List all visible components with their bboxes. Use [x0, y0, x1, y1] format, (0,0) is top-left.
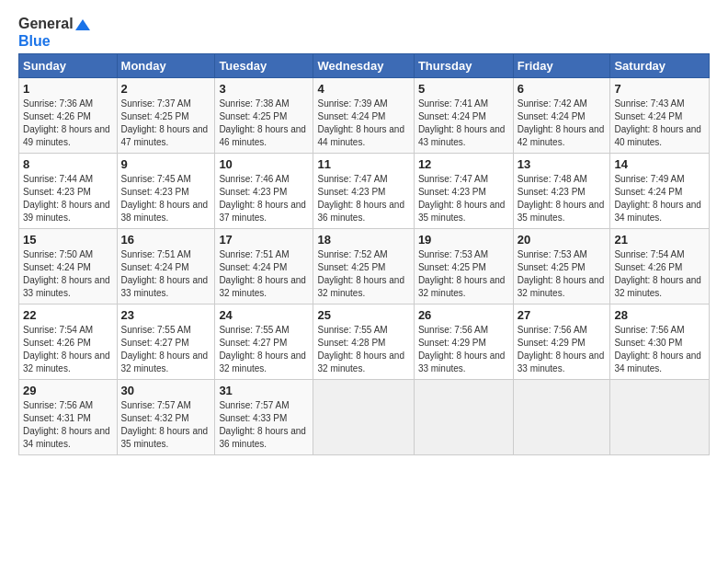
calendar-cell: 7 Sunrise: 7:43 AMSunset: 4:24 PMDayligh… — [610, 78, 710, 154]
calendar-cell: 26 Sunrise: 7:56 AMSunset: 4:29 PMDaylig… — [414, 304, 513, 380]
day-number: 2 — [121, 82, 211, 96]
calendar-cell: 6 Sunrise: 7:42 AMSunset: 4:24 PMDayligh… — [513, 78, 610, 154]
day-detail: Sunrise: 7:56 AMSunset: 4:31 PMDaylight:… — [23, 400, 110, 449]
calendar-cell: 8 Sunrise: 7:44 AMSunset: 4:23 PMDayligh… — [19, 154, 118, 229]
day-number: 14 — [614, 157, 705, 171]
col-wednesday: Wednesday — [313, 54, 414, 78]
day-number: 21 — [614, 233, 705, 247]
day-detail: Sunrise: 7:45 AMSunset: 4:23 PMDaylight:… — [121, 174, 209, 223]
day-detail: Sunrise: 7:56 AMSunset: 4:29 PMDaylight:… — [418, 325, 506, 373]
day-number: 27 — [518, 308, 607, 322]
day-number: 13 — [518, 157, 607, 171]
day-detail: Sunrise: 7:47 AMSunset: 4:23 PMDaylight:… — [418, 174, 506, 223]
col-thursday: Thursday — [414, 54, 513, 78]
header-row: Sunday Monday Tuesday Wednesday Thursday… — [19, 54, 710, 78]
calendar-cell: 3 Sunrise: 7:38 AMSunset: 4:25 PMDayligh… — [215, 78, 313, 154]
day-detail: Sunrise: 7:50 AMSunset: 4:24 PMDaylight:… — [23, 249, 110, 298]
day-number: 18 — [317, 233, 409, 247]
day-detail: Sunrise: 7:54 AMSunset: 4:26 PMDaylight:… — [23, 325, 110, 373]
day-detail: Sunrise: 7:57 AMSunset: 4:33 PMDaylight:… — [219, 400, 306, 449]
day-detail: Sunrise: 7:48 AMSunset: 4:23 PMDaylight:… — [518, 174, 605, 223]
day-number: 3 — [219, 82, 309, 96]
calendar-week-2: 8 Sunrise: 7:44 AMSunset: 4:23 PMDayligh… — [19, 154, 710, 229]
col-sunday: Sunday — [19, 54, 118, 78]
day-number: 1 — [23, 82, 113, 96]
col-saturday: Saturday — [610, 54, 710, 78]
day-detail: Sunrise: 7:39 AMSunset: 4:24 PMDaylight:… — [317, 98, 404, 147]
calendar-cell — [313, 380, 414, 455]
day-detail: Sunrise: 7:49 AMSunset: 4:24 PMDaylight:… — [614, 174, 701, 223]
logo-blue: Blue — [18, 32, 90, 50]
logo-general: General — [18, 15, 90, 32]
day-detail: Sunrise: 7:51 AMSunset: 4:24 PMDaylight:… — [219, 249, 306, 298]
col-friday: Friday — [513, 54, 610, 78]
day-number: 26 — [418, 308, 509, 322]
calendar-cell: 22 Sunrise: 7:54 AMSunset: 4:26 PMDaylig… — [19, 304, 118, 380]
day-number: 20 — [518, 233, 607, 247]
day-number: 24 — [219, 308, 309, 322]
header: General Blue — [18, 15, 710, 50]
calendar-cell — [513, 380, 610, 455]
day-detail: Sunrise: 7:44 AMSunset: 4:23 PMDaylight:… — [23, 174, 110, 223]
calendar-cell: 23 Sunrise: 7:55 AMSunset: 4:27 PMDaylig… — [117, 304, 215, 380]
day-number: 28 — [614, 308, 705, 322]
svg-marker-0 — [75, 19, 90, 30]
calendar-cell: 9 Sunrise: 7:45 AMSunset: 4:23 PMDayligh… — [117, 154, 215, 229]
calendar-cell: 16 Sunrise: 7:51 AMSunset: 4:24 PMDaylig… — [117, 229, 215, 304]
day-detail: Sunrise: 7:36 AMSunset: 4:26 PMDaylight:… — [23, 98, 110, 147]
calendar-cell: 4 Sunrise: 7:39 AMSunset: 4:24 PMDayligh… — [313, 78, 414, 154]
day-detail: Sunrise: 7:56 AMSunset: 4:29 PMDaylight:… — [518, 325, 605, 373]
calendar-cell: 10 Sunrise: 7:46 AMSunset: 4:23 PMDaylig… — [215, 154, 313, 229]
day-number: 30 — [121, 384, 211, 397]
calendar-cell — [414, 380, 513, 455]
day-number: 19 — [418, 233, 509, 247]
day-number: 4 — [317, 82, 409, 96]
day-number: 12 — [418, 157, 509, 171]
calendar-cell: 31 Sunrise: 7:57 AMSunset: 4:33 PMDaylig… — [215, 380, 313, 455]
calendar-cell: 24 Sunrise: 7:55 AMSunset: 4:27 PMDaylig… — [215, 304, 313, 380]
calendar-cell: 5 Sunrise: 7:41 AMSunset: 4:24 PMDayligh… — [414, 78, 513, 154]
day-detail: Sunrise: 7:38 AMSunset: 4:25 PMDaylight:… — [219, 98, 306, 147]
day-number: 31 — [219, 384, 309, 397]
day-detail: Sunrise: 7:42 AMSunset: 4:24 PMDaylight:… — [518, 98, 605, 147]
day-detail: Sunrise: 7:55 AMSunset: 4:27 PMDaylight:… — [219, 325, 306, 373]
day-detail: Sunrise: 7:52 AMSunset: 4:25 PMDaylight:… — [317, 249, 404, 298]
day-number: 11 — [317, 157, 409, 171]
calendar-week-3: 15 Sunrise: 7:50 AMSunset: 4:24 PMDaylig… — [19, 229, 710, 304]
calendar-cell: 17 Sunrise: 7:51 AMSunset: 4:24 PMDaylig… — [215, 229, 313, 304]
day-number: 25 — [317, 308, 409, 322]
calendar-cell: 29 Sunrise: 7:56 AMSunset: 4:31 PMDaylig… — [19, 380, 118, 455]
day-number: 5 — [418, 82, 509, 96]
day-detail: Sunrise: 7:53 AMSunset: 4:25 PMDaylight:… — [418, 249, 506, 298]
day-detail: Sunrise: 7:51 AMSunset: 4:24 PMDaylight:… — [121, 249, 209, 298]
calendar-cell: 30 Sunrise: 7:57 AMSunset: 4:32 PMDaylig… — [117, 380, 215, 455]
day-number: 17 — [219, 233, 309, 247]
col-monday: Monday — [117, 54, 215, 78]
day-number: 22 — [23, 308, 113, 322]
day-number: 10 — [219, 157, 309, 171]
day-number: 7 — [614, 82, 705, 96]
day-detail: Sunrise: 7:53 AMSunset: 4:25 PMDaylight:… — [518, 249, 605, 298]
day-detail: Sunrise: 7:54 AMSunset: 4:26 PMDaylight:… — [614, 249, 701, 298]
day-detail: Sunrise: 7:46 AMSunset: 4:23 PMDaylight:… — [219, 174, 306, 223]
calendar-cell: 25 Sunrise: 7:55 AMSunset: 4:28 PMDaylig… — [313, 304, 414, 380]
calendar-cell: 18 Sunrise: 7:52 AMSunset: 4:25 PMDaylig… — [313, 229, 414, 304]
calendar-cell: 13 Sunrise: 7:48 AMSunset: 4:23 PMDaylig… — [513, 154, 610, 229]
page: General Blue Sunday Monday Tuesday Wedne… — [0, 0, 728, 465]
calendar-cell: 14 Sunrise: 7:49 AMSunset: 4:24 PMDaylig… — [610, 154, 710, 229]
day-detail: Sunrise: 7:57 AMSunset: 4:32 PMDaylight:… — [121, 400, 209, 449]
calendar-cell — [610, 380, 710, 455]
day-detail: Sunrise: 7:47 AMSunset: 4:23 PMDaylight:… — [317, 174, 404, 223]
day-number: 6 — [518, 82, 607, 96]
calendar-week-1: 1 Sunrise: 7:36 AMSunset: 4:26 PMDayligh… — [19, 78, 710, 154]
calendar-week-4: 22 Sunrise: 7:54 AMSunset: 4:26 PMDaylig… — [19, 304, 710, 380]
day-detail: Sunrise: 7:37 AMSunset: 4:25 PMDaylight:… — [121, 98, 209, 147]
calendar-cell: 2 Sunrise: 7:37 AMSunset: 4:25 PMDayligh… — [117, 78, 215, 154]
calendar-cell: 19 Sunrise: 7:53 AMSunset: 4:25 PMDaylig… — [414, 229, 513, 304]
calendar-cell: 21 Sunrise: 7:54 AMSunset: 4:26 PMDaylig… — [610, 229, 710, 304]
day-detail: Sunrise: 7:55 AMSunset: 4:27 PMDaylight:… — [121, 325, 209, 373]
calendar-cell: 1 Sunrise: 7:36 AMSunset: 4:26 PMDayligh… — [19, 78, 118, 154]
day-number: 23 — [121, 308, 211, 322]
day-detail: Sunrise: 7:56 AMSunset: 4:30 PMDaylight:… — [614, 325, 701, 373]
day-number: 9 — [121, 157, 211, 171]
